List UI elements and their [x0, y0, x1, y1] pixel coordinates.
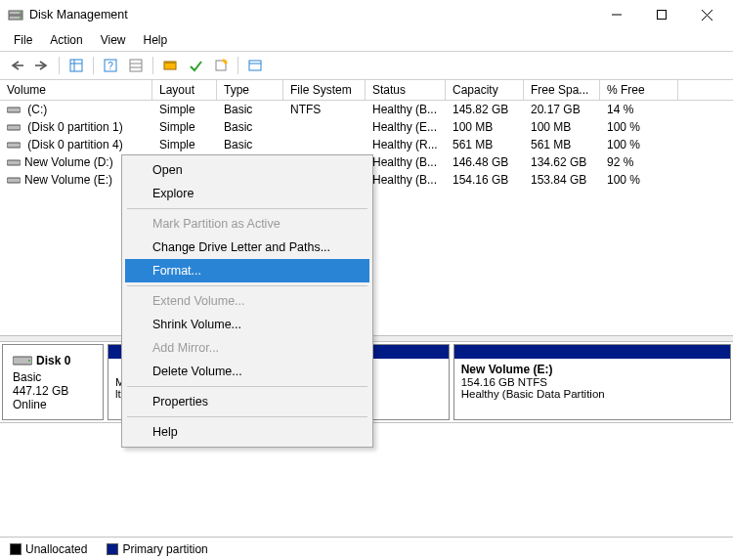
col-layout[interactable]: Layout	[152, 80, 217, 100]
maximize-button[interactable]	[639, 0, 684, 29]
vol-name: New Volume (E:)	[24, 173, 112, 187]
back-button[interactable]	[6, 55, 27, 76]
disk-header[interactable]: Disk 0 Basic 447.12 GB Online	[2, 344, 104, 420]
layout-icon[interactable]	[65, 55, 87, 76]
forward-button[interactable]	[31, 55, 53, 76]
svg-rect-26	[7, 143, 21, 148]
new-icon[interactable]	[210, 55, 232, 76]
svg-point-30	[28, 360, 30, 362]
ctx-help[interactable]: Help	[125, 420, 369, 444]
partition-line1: 154.16 GB NTFS	[461, 376, 547, 388]
settings-icon[interactable]	[125, 55, 147, 76]
col-type[interactable]: Type	[217, 80, 283, 100]
vol-name: (Disk 0 partition 1)	[24, 120, 123, 134]
menu-file[interactable]: File	[6, 31, 40, 49]
context-menu: Open Explore Mark Partition as Active Ch…	[121, 154, 373, 448]
disk-name: Disk 0	[36, 354, 70, 367]
svg-rect-28	[7, 178, 21, 183]
svg-rect-5	[658, 11, 667, 20]
list-item[interactable]: (Disk 0 partition 1) Simple Basic Health…	[0, 118, 733, 136]
svg-rect-24	[7, 108, 21, 112]
col-capacity[interactable]: Capacity	[446, 80, 524, 100]
ctx-format[interactable]: Format...	[125, 259, 369, 282]
col-filesystem[interactable]: File System	[283, 80, 366, 100]
ctx-shrink[interactable]: Shrink Volume...	[125, 313, 369, 336]
svg-rect-25	[7, 125, 21, 130]
svg-rect-10	[70, 60, 82, 71]
partition-line2: Healthy (Basic Data Partition	[461, 388, 605, 400]
help-icon[interactable]: ?	[100, 55, 121, 76]
ctx-open[interactable]: Open	[125, 158, 369, 182]
vol-name: (Disk 0 partition 4)	[24, 138, 123, 151]
legend: Unallocated Primary partition	[0, 537, 733, 560]
ctx-mirror: Add Mirror...	[125, 336, 369, 360]
ctx-properties[interactable]: Properties	[125, 390, 369, 413]
ctx-mark-active: Mark Partition as Active	[125, 212, 369, 236]
ctx-change-letter[interactable]: Change Drive Letter and Paths...	[125, 236, 369, 259]
refresh-icon[interactable]	[159, 55, 181, 76]
apply-icon[interactable]	[185, 55, 206, 76]
disk-status: Online	[13, 398, 47, 411]
volume-list-header: Volume Layout Type File System Status Ca…	[0, 80, 733, 101]
legend-primary: Primary partition	[122, 542, 207, 556]
menu-view[interactable]: View	[93, 31, 134, 49]
minimize-button[interactable]	[594, 0, 639, 29]
svg-point-2	[20, 12, 22, 14]
disk-type: Basic	[13, 370, 41, 384]
disk-icon	[13, 353, 32, 370]
col-pctfree[interactable]: % Free	[600, 80, 678, 100]
volume-icon	[7, 158, 21, 168]
volume-icon	[7, 176, 21, 186]
swatch-primary-icon	[107, 543, 118, 555]
volume-icon	[7, 106, 21, 115]
svg-rect-15	[130, 60, 142, 71]
app-icon	[8, 7, 23, 22]
ctx-delete[interactable]: Delete Volume...	[125, 360, 369, 383]
titlebar: Disk Management	[0, 0, 733, 29]
ctx-explore[interactable]: Explore	[125, 182, 369, 205]
volume-icon	[7, 123, 21, 133]
list-item[interactable]: (C:) Simple Basic NTFS Healthy (B... 145…	[0, 101, 733, 118]
legend-unallocated: Unallocated	[25, 542, 87, 556]
vol-name: (C:)	[24, 103, 47, 116]
ctx-extend: Extend Volume...	[125, 289, 369, 313]
list-item[interactable]: (Disk 0 partition 4) Simple Basic Health…	[0, 136, 733, 153]
vol-name: New Volume (D:)	[24, 155, 113, 169]
svg-point-3	[20, 17, 22, 19]
close-button[interactable]	[684, 0, 729, 29]
svg-rect-19	[164, 62, 176, 64]
partition[interactable]: New Volume (E:) 154.16 GB NTFS Healthy (…	[453, 344, 731, 420]
menu-help[interactable]: Help	[136, 31, 176, 49]
svg-rect-22	[249, 61, 261, 70]
col-volume[interactable]: Volume	[0, 80, 152, 100]
toolbar: ?	[0, 51, 733, 80]
svg-text:?: ?	[108, 61, 113, 71]
col-status[interactable]: Status	[366, 80, 446, 100]
volume-icon	[7, 141, 21, 151]
menubar: File Action View Help	[0, 29, 733, 51]
swatch-unallocated-icon	[10, 543, 22, 555]
window-title: Disk Management	[29, 8, 594, 22]
partition-title: New Volume (E:)	[461, 363, 553, 376]
disk-size: 447.12 GB	[13, 384, 68, 398]
properties-icon[interactable]	[244, 55, 266, 76]
svg-rect-27	[7, 160, 21, 165]
menu-action[interactable]: Action	[42, 31, 90, 49]
col-free[interactable]: Free Spa...	[524, 80, 600, 100]
